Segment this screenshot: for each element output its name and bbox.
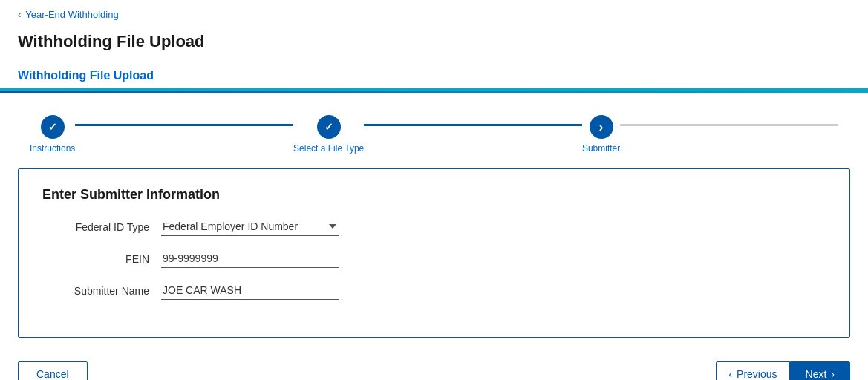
federal-id-type-select[interactable]: Federal Employer ID Number Social Securi…: [161, 217, 339, 236]
submitter-name-row: Submitter Name: [42, 281, 826, 300]
previous-button[interactable]: ‹ Previous: [716, 361, 789, 380]
cancel-button[interactable]: Cancel: [18, 361, 88, 380]
step-label-instructions: Instructions: [30, 143, 75, 154]
fein-input[interactable]: [161, 249, 339, 268]
submitter-name-control[interactable]: [161, 281, 339, 300]
fein-label: FEIN: [42, 253, 161, 265]
step-submitter: Submitter: [582, 115, 620, 154]
stepper: Instructions Select a File Type Submitte…: [0, 108, 868, 168]
previous-label: Previous: [737, 368, 777, 380]
fein-row: FEIN: [42, 249, 826, 268]
step-circle-instructions: [41, 115, 65, 139]
step-select-file-type: Select a File Type: [293, 115, 364, 154]
checkmark-icon-2: [324, 121, 333, 133]
chevron-left-icon: ‹: [18, 9, 21, 20]
form-card-title: Enter Submitter Information: [42, 187, 826, 203]
prev-chevron-icon: ‹: [728, 368, 732, 380]
next-chevron-icon: ›: [831, 368, 835, 380]
step-line-3: [620, 124, 838, 126]
form-card: Enter Submitter Information Federal ID T…: [18, 168, 850, 338]
breadcrumb: ‹ Year-End Withholding: [0, 0, 868, 29]
step-instructions: Instructions: [30, 115, 75, 154]
federal-id-type-row: Federal ID Type Federal Employer ID Numb…: [42, 217, 826, 236]
step-circle-submitter: [590, 115, 613, 139]
navigation-bar: Cancel ‹ Previous Next ›: [0, 353, 868, 380]
breadcrumb-parent-link[interactable]: Year-End Withholding: [25, 9, 118, 20]
page-title: Withholding File Upload: [0, 29, 868, 63]
step-label-submitter: Submitter: [582, 143, 620, 154]
step-line-2: [364, 124, 582, 126]
checkmark-icon: [48, 121, 57, 133]
submitter-name-input[interactable]: [161, 281, 339, 300]
section-header: Withholding File Upload: [0, 63, 868, 91]
submitter-name-label: Submitter Name: [42, 285, 161, 297]
nav-right: ‹ Previous Next ›: [716, 361, 850, 380]
step-label-select-file-type: Select a File Type: [293, 143, 364, 154]
next-label: Next: [806, 368, 827, 380]
federal-id-type-control[interactable]: Federal Employer ID Number Social Securi…: [161, 217, 339, 236]
step-line-1: [75, 124, 293, 126]
stepper-track: Instructions Select a File Type Submitte…: [30, 115, 838, 154]
section-header-bar: [0, 91, 868, 93]
fein-control[interactable]: [161, 249, 339, 268]
arrow-right-icon: [599, 119, 604, 135]
federal-id-type-label: Federal ID Type: [42, 221, 161, 233]
next-button[interactable]: Next ›: [790, 361, 850, 380]
step-circle-select-file-type: [317, 115, 341, 139]
